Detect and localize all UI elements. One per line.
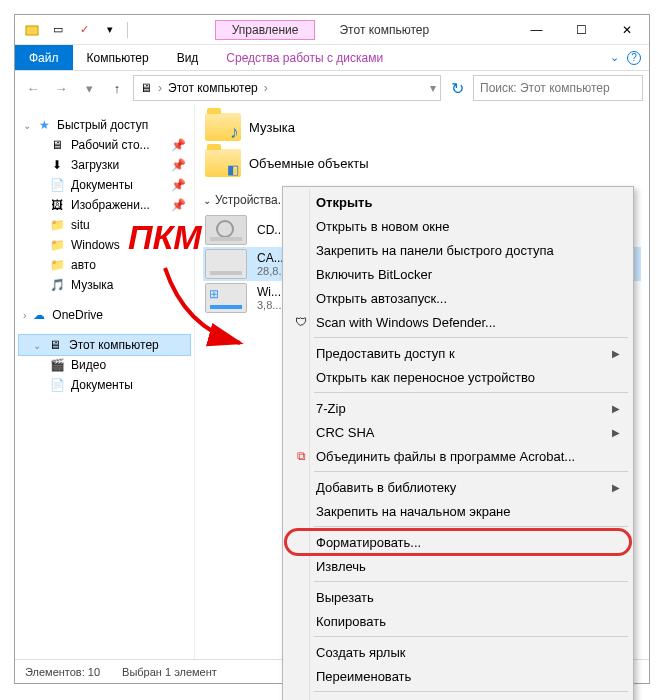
- submenu-arrow-icon: ▶: [612, 348, 620, 359]
- sidebar-quick-access[interactable]: ⌄ ★ Быстрый доступ: [15, 115, 194, 135]
- search-box[interactable]: Поиск: Этот компьютер: [473, 75, 643, 101]
- sidebar-item-pictures[interactable]: 🖼Изображени...📌: [15, 195, 194, 215]
- ctx-pin-start[interactable]: Закрепить на начальном экране: [286, 499, 630, 523]
- folder-3d-objects[interactable]: ◧ Объемные объекты: [203, 145, 641, 181]
- submenu-arrow-icon: ▶: [612, 427, 620, 438]
- context-menu: Открыть Открыть в новом окне Закрепить н…: [282, 186, 634, 700]
- tab-file[interactable]: Файл: [15, 45, 73, 70]
- folder-music[interactable]: ♪ Музыка: [203, 109, 641, 145]
- address-bar[interactable]: 🖥 › Этот компьютер › ▾: [133, 75, 441, 101]
- tab-drive-tools[interactable]: Средства работы с дисками: [212, 45, 397, 70]
- qat-new-icon[interactable]: ✓: [73, 19, 95, 41]
- ctx-cut[interactable]: Вырезать: [286, 585, 630, 609]
- ctx-copy[interactable]: Копировать: [286, 609, 630, 633]
- folder-icon: 📁: [49, 257, 65, 273]
- ctx-open-new-window[interactable]: Открыть в новом окне: [286, 214, 630, 238]
- app-icon[interactable]: [21, 19, 43, 41]
- sidebar-this-pc[interactable]: ⌄ 🖥 Этот компьютер: [18, 334, 191, 356]
- videos-icon: 🎬: [49, 357, 65, 373]
- onedrive-icon: ☁: [31, 307, 47, 323]
- chevron-down-icon: ⌄: [33, 340, 41, 351]
- drive-icon: [205, 249, 247, 279]
- status-selection: Выбран 1 элемент: [122, 666, 217, 678]
- recent-dropdown-icon[interactable]: ▾: [77, 76, 101, 100]
- chevron-down-icon: ⌄: [203, 195, 211, 206]
- sidebar-onedrive[interactable]: › ☁ OneDrive: [15, 305, 194, 325]
- address-dropdown-icon[interactable]: ▾: [430, 81, 436, 95]
- quick-access-label: Быстрый доступ: [57, 118, 148, 132]
- pc-icon: 🖥: [138, 80, 154, 96]
- ctx-separator: [314, 526, 628, 527]
- pictures-icon: 🖼: [49, 197, 65, 213]
- submenu-arrow-icon: ▶: [612, 403, 620, 414]
- ctx-open[interactable]: Открыть: [286, 190, 630, 214]
- folder-icon: 📁: [49, 217, 65, 233]
- ribbon-tabs: Файл Компьютер Вид Средства работы с дис…: [15, 45, 649, 71]
- back-button[interactable]: ←: [21, 76, 45, 100]
- documents-icon: 📄: [49, 177, 65, 193]
- sidebar-item-desktop[interactable]: 🖥Рабочий сто...📌: [15, 135, 194, 155]
- ctx-separator: [314, 392, 628, 393]
- breadcrumb-sep2[interactable]: ›: [264, 81, 268, 95]
- sidebar-item-music[interactable]: 🎵Музыка: [15, 275, 194, 295]
- breadcrumb-root[interactable]: Этот компьютер: [166, 81, 260, 95]
- breadcrumb-sep: ›: [158, 81, 162, 95]
- pc-icon: 🖥: [47, 337, 63, 353]
- qat-dropdown-icon[interactable]: ▾: [99, 19, 121, 41]
- folder-icon: 📁: [49, 237, 65, 253]
- sidebar-item-videos[interactable]: 🎬Видео: [15, 355, 194, 375]
- search-placeholder: Поиск: Этот компьютер: [480, 81, 610, 95]
- ctx-separator: [314, 337, 628, 338]
- sidebar-item-avto[interactable]: 📁авто: [15, 255, 194, 275]
- star-icon: ★: [36, 117, 52, 133]
- desktop-icon: 🖥: [49, 137, 65, 153]
- ctx-defender[interactable]: 🛡Scan with Windows Defender...: [286, 310, 630, 334]
- sidebar-item-documents2[interactable]: 📄Документы: [15, 375, 194, 395]
- up-button[interactable]: ↑: [105, 76, 129, 100]
- music-icon: 🎵: [49, 277, 65, 293]
- ctx-add-library[interactable]: Добавить в библиотеку▶: [286, 475, 630, 499]
- navigation-pane: ⌄ ★ Быстрый доступ 🖥Рабочий сто...📌 ⬇Заг…: [15, 105, 195, 659]
- ctx-separator: [314, 471, 628, 472]
- ctx-rename[interactable]: Переименовать: [286, 664, 630, 688]
- ctx-eject[interactable]: Извлечь: [286, 554, 630, 578]
- ctx-crc-sha[interactable]: CRC SHA▶: [286, 420, 630, 444]
- acrobat-icon: ⧉: [292, 447, 310, 465]
- ctx-separator: [314, 636, 628, 637]
- tab-computer[interactable]: Компьютер: [73, 45, 163, 70]
- window-title: Этот компьютер: [339, 23, 429, 37]
- music-folder-icon: ♪: [205, 113, 241, 141]
- ctx-properties[interactable]: Свойства: [286, 695, 630, 700]
- sidebar-item-documents[interactable]: 📄Документы📌: [15, 175, 194, 195]
- quick-access-toolbar: ▭ ✓ ▾: [15, 19, 130, 41]
- downloads-icon: ⬇: [49, 157, 65, 173]
- ctx-7zip[interactable]: 7-Zip▶: [286, 396, 630, 420]
- 3d-folder-icon: ◧: [205, 149, 241, 177]
- minimize-button[interactable]: ―: [514, 15, 559, 45]
- chevron-right-icon: ›: [23, 310, 26, 321]
- maximize-button[interactable]: ☐: [559, 15, 604, 45]
- chevron-down-icon: ⌄: [23, 120, 31, 131]
- ctx-create-shortcut[interactable]: Создать ярлык: [286, 640, 630, 664]
- ctx-open-portable[interactable]: Открыть как переносное устройство: [286, 365, 630, 389]
- ctx-format[interactable]: Форматировать...: [286, 530, 630, 554]
- tab-management[interactable]: Управление: [215, 20, 316, 40]
- forward-button[interactable]: →: [49, 76, 73, 100]
- close-button[interactable]: ✕: [604, 15, 649, 45]
- qat-properties-icon[interactable]: ▭: [47, 19, 69, 41]
- ribbon-expand-icon[interactable]: ⌄: [610, 51, 619, 64]
- annotation-pkm-label: ПКМ: [128, 218, 202, 257]
- help-icon[interactable]: ?: [627, 51, 641, 65]
- ctx-pin-quick-access[interactable]: Закрепить на панели быстрого доступа: [286, 238, 630, 262]
- ctx-separator: [314, 691, 628, 692]
- windows-drive-icon: ⊞: [205, 283, 247, 313]
- ctx-acrobat[interactable]: ⧉Объединить файлы в программе Acrobat...: [286, 444, 630, 468]
- sidebar-item-downloads[interactable]: ⬇Загрузки📌: [15, 155, 194, 175]
- ctx-give-access[interactable]: Предоставить доступ к▶: [286, 341, 630, 365]
- tab-view[interactable]: Вид: [163, 45, 213, 70]
- ctx-autoplay[interactable]: Открыть автозапуск...: [286, 286, 630, 310]
- ctx-bitlocker[interactable]: Включить BitLocker: [286, 262, 630, 286]
- refresh-button[interactable]: ↻: [445, 79, 469, 98]
- window-controls: ― ☐ ✕: [514, 15, 649, 45]
- status-item-count: Элементов: 10: [25, 666, 100, 678]
